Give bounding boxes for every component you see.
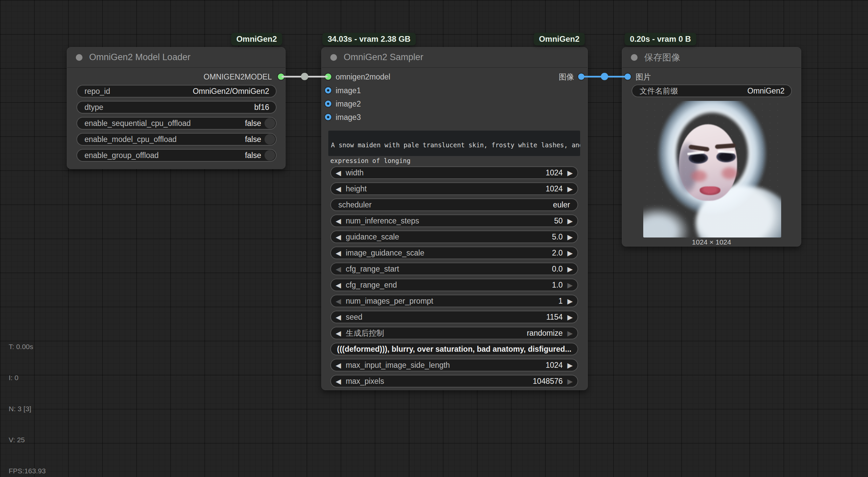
widget-enable-sequential-cpu-offload[interactable]: enable_sequential_cpu_offload false: [76, 117, 277, 129]
arrow-right-icon[interactable]: ▶: [563, 362, 578, 369]
arrow-right-icon[interactable]: ▶: [563, 314, 578, 321]
arrow-right-icon[interactable]: ▶: [563, 266, 578, 273]
arrow-left-icon[interactable]: ◀: [331, 169, 346, 176]
link-image-midpoint[interactable]: [601, 73, 608, 80]
widget-label: enable_sequential_cpu_offload: [85, 119, 241, 128]
widget-filename-prefix[interactable]: 文件名前缀 OmniGen2: [631, 85, 792, 97]
arrow-left-icon[interactable]: ◀: [331, 330, 346, 337]
arrow-right-icon[interactable]: ▶: [563, 378, 578, 385]
widget-scheduler[interactable]: scheduler euler: [330, 199, 578, 211]
node-badge-save-time: 0.20s - vram 0 B: [624, 33, 696, 46]
arrow-right-icon[interactable]: ▶: [563, 169, 578, 176]
input-label: 图片: [636, 72, 651, 82]
collapse-dot[interactable]: [76, 54, 83, 61]
widget-num-inference-steps[interactable]: ◀ num_inference_steps 50 ▶: [330, 214, 578, 227]
arrow-left-icon[interactable]: ◀: [331, 185, 346, 192]
output-label: 图像: [559, 72, 574, 82]
widget-cfg-range-end[interactable]: ◀ cfg_range_end 1.0 ▶: [330, 278, 578, 291]
widget-value: (((deformed))), blurry, over saturation,…: [337, 345, 571, 354]
arrow-right-icon[interactable]: ▶: [563, 234, 578, 240]
arrow-left-icon[interactable]: ◀: [331, 314, 346, 321]
widget-seed[interactable]: ◀ seed 1154 ▶: [330, 311, 578, 323]
node-title-bar[interactable]: 保存图像: [622, 48, 801, 68]
arrow-left-icon[interactable]: ◀: [331, 249, 346, 257]
widget-label: guidance_scale: [346, 233, 548, 241]
widget-negative-prompt[interactable]: (((deformed))), blurry, over saturation,…: [330, 343, 578, 355]
arrow-right-icon[interactable]: ▶: [563, 249, 578, 257]
toggle-knob[interactable]: [265, 118, 275, 128]
widget-label: enable_model_cpu_offload: [85, 135, 241, 144]
widget-width[interactable]: ◀ width 1024 ▶: [330, 166, 578, 179]
widget-value: 2.0: [552, 248, 563, 258]
output-row: 图像: [559, 72, 574, 81]
widget-height[interactable]: ◀ height 1024 ▶: [330, 182, 578, 195]
output-row: OMNIGEN2MODEL: [67, 72, 272, 81]
widget-value: 1024: [546, 184, 563, 193]
input-port-image1[interactable]: [325, 87, 331, 93]
widget-value: 0.0: [552, 265, 563, 274]
node-title-bar[interactable]: OmniGen2 Model Loader: [67, 48, 285, 68]
widget-control-after-generate[interactable]: ◀ 生成后控制 randomize ▶: [330, 327, 578, 339]
widget-label: max_input_image_side_length: [346, 361, 542, 370]
widget-label: cfg_range_start: [346, 265, 548, 274]
arrow-left-icon[interactable]: ◀: [331, 266, 346, 273]
stat-time: T: 0.00s: [9, 341, 46, 352]
node-save-image[interactable]: 保存图像 图片 文件名前缀 OmniGen2 1024 × 1024: [622, 47, 801, 246]
canvas-perf-stats: T: 0.00s I: 0 N: 3 [3] V: 25 FPS:163.93: [9, 321, 46, 477]
widget-guidance-scale[interactable]: ◀ guidance_scale 5.0 ▶: [330, 231, 578, 243]
input-row: image1: [336, 86, 361, 95]
node-title: 保存图像: [644, 52, 680, 63]
widget-label: seed: [346, 312, 542, 322]
widget-label: num_inference_steps: [346, 216, 550, 226]
arrow-right-icon[interactable]: ▶: [563, 217, 578, 225]
input-label: omnigen2model: [336, 72, 391, 82]
arrow-left-icon[interactable]: ◀: [331, 362, 346, 369]
widget-repo-id[interactable]: repo_id OmniGen2/OmniGen2: [76, 85, 277, 97]
widget-label: scheduler: [338, 201, 549, 209]
input-port-image2[interactable]: [325, 100, 331, 107]
arrow-left-icon[interactable]: ◀: [331, 378, 346, 385]
input-row: 图片: [636, 72, 651, 81]
widget-label: height: [346, 184, 542, 193]
widget-image-guidance-scale[interactable]: ◀ image_guidance_scale 2.0 ▶: [330, 246, 578, 259]
widget-label: dtype: [85, 103, 250, 112]
input-label: image2: [336, 99, 361, 109]
node-title: OmniGen2 Sampler: [344, 52, 424, 62]
node-title: OmniGen2 Model Loader: [89, 52, 190, 62]
widget-max-input-image-side-length[interactable]: ◀ max_input_image_side_length 1024 ▶: [330, 359, 578, 371]
input-port-image3[interactable]: [325, 114, 331, 120]
widget-value: randomize: [527, 329, 562, 338]
input-row: image2: [336, 99, 361, 108]
arrow-right-icon[interactable]: ▶: [563, 281, 578, 289]
link-model-midpoint[interactable]: [301, 73, 308, 80]
widget-num-images-per-prompt[interactable]: ◀ num_images_per_prompt 1 ▶: [330, 295, 578, 307]
node-sampler[interactable]: OmniGen2 Sampler omnigen2model image1 im…: [321, 47, 588, 390]
prompt-textarea[interactable]: A snow maiden with pale translucent skin…: [328, 130, 580, 156]
arrow-right-icon[interactable]: ▶: [563, 185, 578, 192]
collapse-dot[interactable]: [330, 54, 337, 61]
node-title-bar[interactable]: OmniGen2 Sampler: [321, 48, 587, 68]
widget-label: 文件名前缀: [640, 86, 743, 96]
widget-label: 生成后控制: [346, 328, 523, 338]
widget-enable-group-offload[interactable]: enable_group_offload false: [76, 149, 277, 162]
node-model-loader[interactable]: OmniGen2 Model Loader OMNIGEN2MODEL repo…: [67, 47, 285, 169]
widget-max-pixels[interactable]: ◀ max_pixels 1048576 ▶: [330, 375, 578, 387]
image-preview: [643, 101, 781, 238]
arrow-left-icon[interactable]: ◀: [331, 217, 346, 225]
collapse-dot[interactable]: [631, 54, 638, 61]
comfyui-canvas[interactable]: { "badges": [ { "text": "OmniGen2" }, { …: [0, 0, 868, 477]
arrow-left-icon[interactable]: ◀: [331, 234, 346, 240]
widget-label: image_guidance_scale: [346, 248, 548, 258]
toggle-knob[interactable]: [265, 134, 275, 145]
widget-dtype[interactable]: dtype bf16: [76, 101, 277, 114]
input-row: image3: [336, 113, 361, 122]
toggle-knob[interactable]: [265, 150, 275, 161]
arrow-right-icon[interactable]: ▶: [563, 298, 578, 305]
arrow-left-icon[interactable]: ◀: [331, 298, 346, 305]
widget-value: euler: [553, 201, 570, 209]
arrow-right-icon[interactable]: ▶: [563, 330, 578, 337]
widget-cfg-range-start[interactable]: ◀ cfg_range_start 0.0 ▶: [330, 263, 578, 275]
widget-label: width: [346, 168, 542, 177]
widget-enable-model-cpu-offload[interactable]: enable_model_cpu_offload false: [76, 133, 277, 146]
arrow-left-icon[interactable]: ◀: [331, 281, 346, 289]
